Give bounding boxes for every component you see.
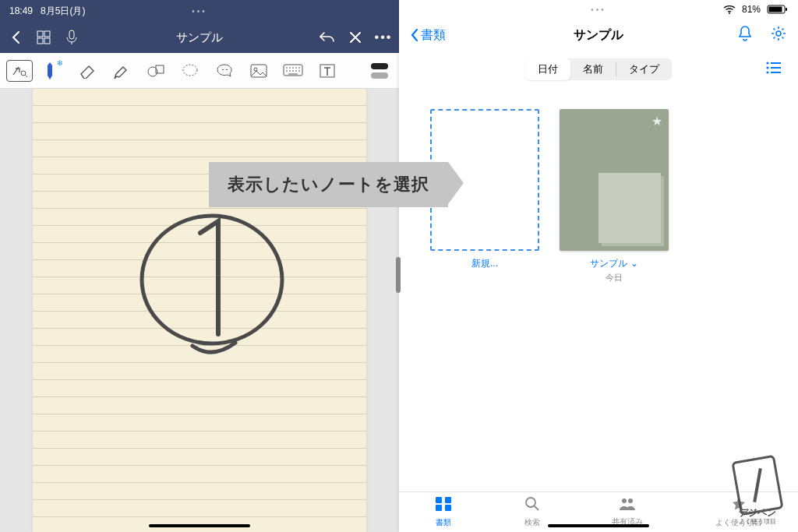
tab-documents-label: 書類 [436,517,451,528]
svg-rect-24 [771,72,781,73]
status-time: 18:49 [9,5,33,16]
notes-grid: 新規... ★ サンプル ⌄ 今日 [399,87,798,491]
svg-rect-1 [44,31,50,37]
watermark: デジペン よく使う項目 [722,456,793,527]
svg-rect-3 [44,38,50,44]
zoom-tool-icon[interactable] [6,60,33,82]
home-indicator[interactable] [149,524,250,527]
svg-rect-4 [69,30,74,39]
svg-rect-22 [771,67,781,69]
home-indicator[interactable] [548,524,649,527]
svg-rect-26 [445,497,451,503]
status-bar-right: ••• 81% [399,0,798,19]
editor-canvas[interactable] [0,89,399,532]
note-paper[interactable] [33,89,366,532]
battery-icon [767,5,787,14]
svg-rect-9 [251,65,267,77]
editor-titlebar: サンプル ••• [0,22,399,53]
close-icon[interactable] [348,30,363,45]
watermark-sub: よく使う項目 [739,517,776,526]
segment-type[interactable]: タイプ [616,58,672,80]
svg-rect-2 [37,38,43,44]
mic-icon[interactable] [64,30,79,45]
editor-toolbar: ✻ [0,53,399,89]
split-view-handle[interactable] [396,257,401,293]
sticker-tool-icon[interactable] [210,57,238,85]
library-navbar: 書類 サンプル [399,19,798,51]
status-date: 8月5日(月) [41,5,85,18]
favorite-star-icon[interactable]: ★ [651,114,662,129]
shared-icon [618,497,637,515]
multitask-dots-icon[interactable]: ••• [591,5,606,14]
note-date: 今日 [560,272,669,284]
note-cover[interactable]: ★ [560,109,669,251]
new-note-label: 新規... [430,257,539,270]
segment-name[interactable]: 名前 [570,58,616,80]
svg-rect-25 [436,497,442,503]
svg-point-23 [766,71,768,73]
library-title: サンプル [399,27,798,44]
list-view-icon[interactable] [765,62,781,78]
color-picker[interactable] [371,63,388,79]
svg-point-14 [729,12,730,14]
watermark-ipad-icon [731,454,783,516]
tab-shared[interactable]: 共有済み [612,497,643,527]
library-pane: ••• 81% 書類 サンプル 日付 名前 タイプ [399,0,798,532]
undo-icon[interactable] [320,30,335,45]
handwriting-ink [126,190,298,361]
color-gray[interactable] [371,72,388,79]
highlighter-tool-icon[interactable] [108,57,136,85]
svg-rect-0 [37,31,43,37]
note-tile[interactable]: ★ サンプル ⌄ 今日 [560,109,669,284]
tab-documents[interactable]: 書類 [435,496,452,528]
search-icon [524,496,540,516]
svg-point-31 [628,499,633,503]
status-bar-left: 18:49 8月5日(月) ••• [0,0,399,22]
wifi-icon [723,5,736,14]
svg-point-29 [526,498,535,507]
thumbnails-icon[interactable] [36,30,51,45]
pen-tool-icon[interactable]: ✻ [39,57,67,85]
lasso-tool-icon[interactable] [176,57,204,85]
segment-date[interactable]: 日付 [525,58,570,80]
callout-text: 表示したいノートを選択 [228,173,429,196]
svg-rect-20 [771,62,781,64]
multitask-dots-icon[interactable]: ••• [192,7,207,16]
tab-search[interactable]: 検索 [524,496,540,528]
svg-point-5 [21,71,26,76]
eraser-tool-icon[interactable] [73,57,101,85]
shape-tool-icon[interactable] [142,57,170,85]
svg-rect-27 [436,505,442,511]
back-icon[interactable] [8,30,23,45]
annotation-callout: 表示したいノートを選択 [209,162,448,207]
documents-icon [435,496,452,516]
svg-rect-16 [769,7,782,12]
keyboard-tool-icon[interactable] [279,57,307,85]
svg-point-19 [766,62,768,64]
editor-pane: 18:49 8月5日(月) ••• サンプル ••• [0,0,399,532]
svg-point-10 [254,68,257,71]
sort-segmented-control: 日付 名前 タイプ [399,51,798,87]
more-icon[interactable]: ••• [376,30,391,45]
image-tool-icon[interactable] [245,57,273,85]
svg-rect-28 [445,505,451,511]
svg-point-21 [766,66,768,69]
svg-point-13 [142,216,282,344]
svg-rect-17 [786,8,787,11]
watermark-pen-icon [753,467,762,502]
svg-point-8 [183,65,197,76]
svg-point-30 [622,499,627,503]
note-name[interactable]: サンプル ⌄ [560,257,669,270]
tab-search-label: 検索 [524,517,540,528]
text-tool-icon[interactable] [313,57,341,85]
battery-percent: 81% [742,4,761,15]
color-dark[interactable] [371,63,388,69]
